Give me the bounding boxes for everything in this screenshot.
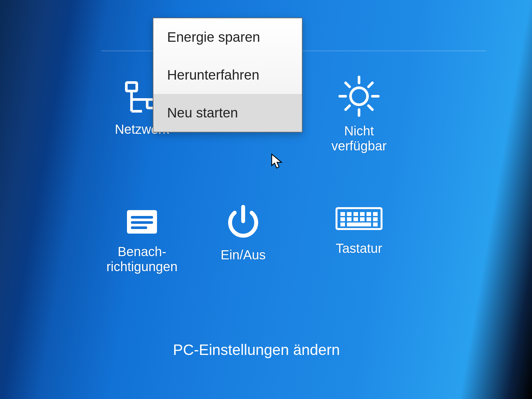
svg-rect-28: [340, 223, 345, 226]
svg-line-9: [368, 83, 372, 87]
power-menu-item-restart[interactable]: Neu starten: [153, 94, 302, 132]
charm-brightness[interactable]: Nicht verfügbar: [318, 75, 400, 153]
charm-notifications-label: Benach- richtigungen: [101, 244, 183, 274]
notifications-icon: [122, 206, 162, 238]
keyboard-icon: [335, 202, 383, 235]
svg-point-2: [351, 88, 368, 105]
svg-rect-18: [353, 212, 358, 216]
svg-rect-23: [347, 217, 352, 221]
charm-power[interactable]: Ein/Aus: [202, 202, 284, 262]
power-icon: [224, 202, 263, 241]
svg-rect-19: [360, 212, 365, 216]
charm-keyboard[interactable]: Tastatur: [318, 202, 400, 256]
svg-rect-29: [347, 223, 371, 226]
change-pc-settings-link[interactable]: PC-Einstellungen ändern: [173, 341, 340, 359]
power-menu: Energie sparen Herunterfahren Neu starte…: [153, 18, 303, 132]
power-menu-item-sleep[interactable]: Energie sparen: [153, 18, 302, 56]
svg-rect-17: [347, 212, 352, 216]
charm-brightness-label: Nicht verfügbar: [318, 123, 400, 153]
svg-rect-21: [373, 212, 378, 216]
svg-rect-30: [373, 223, 378, 226]
svg-line-10: [346, 106, 350, 110]
svg-rect-0: [126, 83, 137, 91]
charm-keyboard-label: Tastatur: [318, 241, 400, 256]
svg-rect-20: [367, 212, 371, 216]
charm-notifications[interactable]: Benach- richtigungen: [101, 206, 183, 274]
svg-line-8: [368, 106, 372, 110]
svg-line-7: [346, 83, 350, 87]
brightness-icon: [338, 75, 380, 117]
svg-rect-27: [373, 217, 378, 221]
svg-rect-26: [367, 217, 371, 221]
svg-rect-16: [340, 212, 345, 216]
svg-rect-24: [353, 217, 358, 221]
charm-power-label: Ein/Aus: [202, 247, 284, 262]
svg-rect-25: [360, 217, 365, 221]
power-menu-item-shutdown[interactable]: Herunterfahren: [153, 56, 302, 94]
svg-rect-22: [340, 217, 345, 221]
